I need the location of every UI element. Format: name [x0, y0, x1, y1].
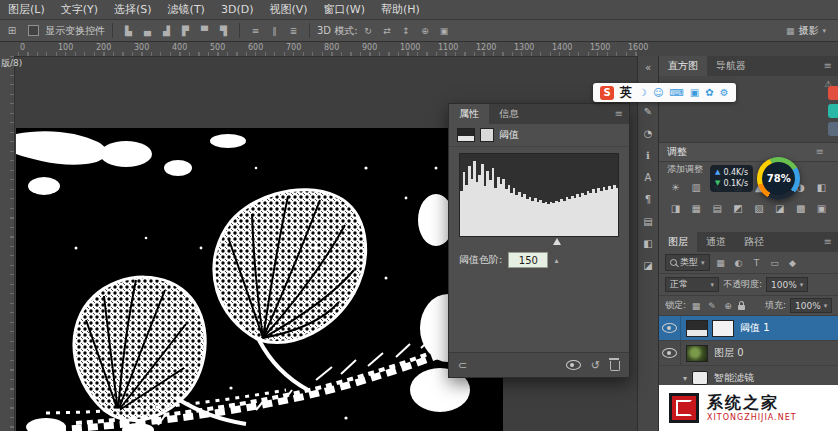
lock-position-icon[interactable]: ⊕	[722, 301, 734, 311]
panel-menu-icon[interactable]: ≡	[818, 56, 838, 76]
visibility-toggle[interactable]	[659, 341, 681, 365]
canvas[interactable]	[16, 128, 503, 431]
document-tab[interactable]: 版/8)	[1, 57, 22, 70]
threshold-stepper-icon[interactable]: ▴	[554, 256, 558, 265]
show-transform-checkbox[interactable]	[28, 25, 39, 36]
menu-3d[interactable]: 3D(D)	[213, 0, 262, 19]
smart-object-filter-icon[interactable]: ◆	[786, 258, 800, 268]
delete-adjustment-icon[interactable]	[610, 361, 620, 371]
color-lookup-icon[interactable]: ▤	[707, 200, 728, 216]
smart-filter-thumbnail[interactable]	[692, 371, 708, 385]
distribute-horizontal-icon[interactable]: ≡	[247, 23, 264, 39]
brush-panel-icon[interactable]: ✎	[639, 102, 657, 120]
disclosure-triangle-icon[interactable]: ▾	[683, 374, 687, 383]
visibility-toggle[interactable]	[659, 316, 681, 340]
align-top-edges-icon[interactable]: ▛	[177, 23, 194, 39]
align-left-edges-icon[interactable]: ▙	[120, 23, 137, 39]
lock-transparent-pixels-icon[interactable]: ▦	[690, 301, 702, 311]
tab-histogram[interactable]: 直方图	[659, 56, 707, 76]
3d-slide-icon[interactable]: ⊕	[417, 23, 434, 39]
sogou-logo-icon[interactable]: S	[600, 86, 614, 100]
menu-filter[interactable]: 滤镜(T)	[160, 0, 213, 19]
layer-name[interactable]: 智能滤镜	[714, 371, 754, 385]
brightness-contrast-icon[interactable]: ☀	[665, 179, 686, 195]
posterize-icon[interactable]: ▧	[749, 200, 770, 216]
sidebar-app-icon-teal[interactable]	[828, 104, 838, 118]
gradient-map-icon[interactable]: ▩	[790, 200, 811, 216]
invert-icon[interactable]: ◩	[728, 200, 749, 216]
menu-window[interactable]: 窗口(W)	[316, 0, 373, 19]
3d-roll-icon[interactable]: ⇄	[379, 23, 396, 39]
align-bottom-edges-icon[interactable]: ▜	[215, 23, 232, 39]
panel-menu-icon[interactable]: ≡	[810, 142, 830, 162]
tab-info[interactable]: 信息	[489, 104, 529, 124]
menu-help[interactable]: 帮助(H)	[373, 0, 428, 19]
layer-row-layer-0[interactable]: 图层 0	[659, 341, 838, 366]
adjustment-layers-filter-icon[interactable]: ◐	[732, 258, 746, 268]
character-panel-icon[interactable]: A	[639, 168, 657, 186]
layer-name[interactable]: 阈值 1	[740, 321, 770, 335]
styles-panel-icon[interactable]: ▤	[639, 212, 657, 230]
tab-properties[interactable]: 属性	[449, 104, 489, 124]
net-speed-widget[interactable]: ▲ 0.4K/s ▼ 0.1K/s 78%	[710, 155, 810, 201]
sidebar-app-icon-red[interactable]	[828, 86, 838, 100]
toggle-visibility-icon[interactable]	[566, 360, 581, 370]
type-layers-filter-icon[interactable]: T	[750, 258, 764, 268]
clone-source-panel-icon[interactable]: ◔	[639, 124, 657, 142]
image-icon[interactable]: ▣	[690, 87, 699, 98]
channel-mixer-icon[interactable]: ▦	[686, 200, 707, 216]
distribute-centers-icon[interactable]: ≣	[285, 23, 302, 39]
menu-select[interactable]: 选择(S)	[106, 0, 160, 19]
moon-icon[interactable]: ☽	[638, 87, 647, 98]
layer-mask-thumbnail[interactable]	[712, 320, 734, 337]
vertical-ruler[interactable]	[0, 56, 15, 431]
tab-layers[interactable]: 图层	[659, 232, 697, 252]
panel-menu-icon[interactable]: ≡	[818, 232, 838, 252]
3d-rotate-icon[interactable]: ↻	[360, 23, 377, 39]
emoji-icon[interactable]: ☺	[653, 87, 663, 98]
shape-layers-filter-icon[interactable]: ▭	[768, 258, 782, 268]
layer-thumbnail[interactable]	[686, 345, 708, 362]
lock-image-pixels-icon[interactable]: ✎	[706, 301, 718, 311]
menu-view[interactable]: 视图(V)	[261, 0, 315, 19]
blend-mode-select[interactable]: 正常 ▾	[665, 277, 719, 292]
adjustments-panel-icon[interactable]: ◧	[639, 234, 657, 252]
threshold-adjustment-thumbnail[interactable]	[686, 320, 708, 337]
lock-all-icon[interactable]	[738, 305, 745, 310]
3d-drag-icon[interactable]: ↕	[398, 23, 415, 39]
sidebar-app-icon-slate[interactable]	[828, 122, 838, 136]
3d-scale-icon[interactable]: ▣	[436, 23, 453, 39]
skin-icon[interactable]: ✿	[705, 87, 713, 98]
settings-icon[interactable]: ⚙	[720, 87, 729, 98]
info-panel-icon[interactable]: ℹ	[639, 146, 657, 164]
selective-color-icon[interactable]: ▣	[811, 200, 832, 216]
ime-language-indicator[interactable]: 英	[620, 84, 632, 101]
tab-channels[interactable]: 通道	[697, 232, 735, 252]
black-white-icon[interactable]: ◧	[811, 179, 832, 195]
align-right-edges-icon[interactable]: ▟	[158, 23, 175, 39]
layer-filter-type-select[interactable]: 类型 ▾	[665, 254, 710, 271]
threshold-level-input[interactable]	[508, 252, 548, 268]
panel-menu-icon[interactable]: ≡	[609, 104, 629, 124]
opacity-select[interactable]: 100% ▾	[766, 277, 808, 292]
expand-panels-icon[interactable]: «	[639, 58, 657, 76]
pixel-layers-filter-icon[interactable]: ▦	[714, 258, 728, 268]
masks-panel-icon[interactable]: ◪	[639, 256, 657, 274]
align-horizontal-centers-icon[interactable]: ▄	[139, 23, 156, 39]
threshold-icon[interactable]: ◪	[769, 200, 790, 216]
threshold-slider-track[interactable]	[459, 237, 619, 247]
levels-icon[interactable]: ▥	[686, 179, 707, 195]
paragraph-panel-icon[interactable]: ¶	[639, 190, 657, 208]
layer-row-threshold-1[interactable]: 阈值 1	[659, 316, 838, 341]
layer-name[interactable]: 图层 0	[714, 346, 744, 360]
clip-to-layer-icon[interactable]: ⊂	[458, 359, 467, 372]
photo-filter-icon[interactable]: ◨	[665, 200, 686, 216]
menu-layer[interactable]: 图层(L)	[0, 0, 53, 19]
align-vertical-centers-icon[interactable]: ▀	[196, 23, 213, 39]
tab-paths[interactable]: 路径	[735, 232, 773, 252]
horizontal-ruler[interactable]: 0100200300400500600700800900100011001200…	[0, 42, 637, 57]
threshold-slider-handle[interactable]	[553, 238, 561, 245]
reset-icon[interactable]: ↺	[591, 359, 600, 372]
workspace-switcher[interactable]: ▦ 摄影 ▾	[778, 22, 834, 40]
tab-navigator[interactable]: 导航器	[707, 56, 755, 76]
